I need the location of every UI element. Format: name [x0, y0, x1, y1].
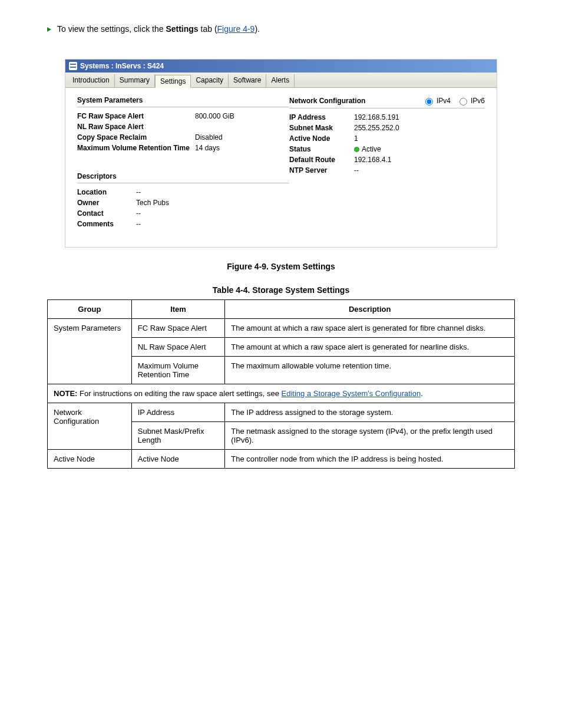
sys-param-row: Maximum Volume Retention Time14 days: [77, 143, 289, 153]
netcfg-row: NTP Server--: [289, 165, 485, 176]
ipv4-label: IPv4: [437, 97, 451, 105]
descriptor-value: Tech Pubs: [136, 199, 169, 207]
group3-name: Active Node: [48, 449, 132, 468]
app-window: Systems : InServs : S424 IntroductionSum…: [65, 59, 497, 248]
g2-desc-0: The IP address assigned to the storage s…: [225, 403, 515, 421]
sys-param-label: NL Raw Space Alert: [77, 123, 195, 131]
netcfg-label: Default Route: [289, 156, 354, 164]
th-description: Description: [225, 299, 515, 318]
instr-mid: tab (: [199, 24, 217, 34]
th-group: Group: [48, 299, 132, 318]
netcfg-label: NTP Server: [289, 166, 354, 174]
g1-item-2: Maximum Volume Retention Time: [131, 356, 225, 384]
system-icon: [69, 62, 77, 70]
network-config-title: Network Configuration: [289, 97, 422, 105]
tab-introduction[interactable]: Introduction: [68, 74, 115, 87]
titlebar-text: Systems : InServs : S424: [80, 62, 164, 70]
g1-item-1: NL Raw Space Alert: [131, 337, 225, 356]
note-label: NOTE:: [54, 389, 80, 398]
descriptor-row: Comments--: [77, 219, 289, 229]
g2-desc-1: The netmask assigned to the storage syst…: [225, 421, 515, 449]
g2-item-0: IP Address: [131, 403, 225, 421]
sys-param-label: Copy Space Reclaim: [77, 133, 195, 141]
instruction-row: To view the settings, click the Settings…: [47, 24, 515, 35]
g1-desc-0: The amount at which a raw space alert is…: [225, 318, 515, 337]
instr-end: ).: [254, 24, 260, 34]
group2-name: Network Configuration: [48, 403, 132, 449]
ip-version-radio-group: IPv4 IPv6: [422, 96, 485, 106]
tab-software[interactable]: Software: [229, 74, 266, 87]
sys-param-value: 800.000 GiB: [195, 112, 234, 120]
sys-param-row: FC Raw Space Alert800.000 GiB: [77, 111, 289, 121]
netcfg-row: IP Address192.168.5.191: [289, 112, 485, 123]
instr-prefix: To view the settings, click the: [57, 24, 166, 34]
descriptor-label: Location: [77, 188, 136, 196]
group1-name: System Parameters: [48, 318, 132, 384]
status-dot-icon: [354, 147, 359, 152]
sys-param-row: Copy Space ReclaimDisabled: [77, 132, 289, 143]
note-end: .: [421, 389, 423, 398]
netcfg-value: 192.168.5.191: [354, 113, 399, 121]
sys-params-header: System Parameters: [77, 94, 289, 107]
netcfg-label: Subnet Mask: [289, 124, 354, 132]
tab-settings[interactable]: Settings: [155, 75, 191, 88]
note-row: NOTE: For instructions on editing the ra…: [48, 384, 515, 403]
network-config-header-row: Network Configuration IPv4 IPv6: [289, 94, 485, 108]
netcfg-value: --: [354, 166, 359, 174]
tab-summary[interactable]: Summary: [115, 74, 155, 87]
g3-item-0: Active Node: [131, 449, 225, 468]
instr-strong: Settings: [166, 24, 198, 34]
tab-alerts[interactable]: Alerts: [266, 74, 295, 87]
netcfg-value: 192.168.4.1: [354, 156, 391, 164]
sys-param-label: FC Raw Space Alert: [77, 112, 195, 120]
table-row: Network Configuration IP Address The IP …: [48, 403, 515, 421]
note-link[interactable]: Editing a Storage System's Configuration: [282, 389, 421, 398]
sys-param-value: 14 days: [195, 144, 220, 152]
figure-caption: Figure 4-9. System Settings: [47, 262, 515, 271]
figure-link[interactable]: Figure 4-9: [217, 24, 255, 34]
netcfg-label: Status: [289, 145, 354, 153]
tab-strip: IntroductionSummarySettingsCapacitySoftw…: [65, 73, 497, 88]
bullet-arrow-icon: [47, 27, 51, 32]
window-titlebar: Systems : InServs : S424: [65, 60, 497, 73]
sys-param-value: Disabled: [195, 133, 223, 141]
note-prefix: For instructions on editing the raw spac…: [80, 389, 282, 398]
descriptor-value: --: [136, 209, 141, 218]
netcfg-value: 255.255.252.0: [354, 124, 399, 132]
ipv4-radio[interactable]: IPv4: [422, 96, 451, 106]
netcfg-label: Active Node: [289, 134, 354, 143]
netcfg-row: Subnet Mask255.255.252.0: [289, 123, 485, 133]
ipv6-radio[interactable]: IPv6: [457, 96, 485, 106]
descriptor-row: Location--: [77, 187, 289, 197]
table-row: System Parameters FC Raw Space Alert The…: [48, 318, 515, 337]
descriptor-value: --: [136, 220, 141, 228]
g3-desc-0: The controller node from which the IP ad…: [225, 449, 515, 468]
sys-param-label: Maximum Volume Retention Time: [77, 144, 195, 152]
g2-item-1: Subnet Mask/Prefix Length: [131, 421, 225, 449]
table-caption: Table 4-4. Storage System Settings: [47, 285, 515, 295]
g1-item-0: FC Raw Space Alert: [131, 318, 225, 337]
table-header-row: Group Item Description: [48, 299, 515, 318]
sys-param-row: NL Raw Space Alert: [77, 121, 289, 132]
descriptors-header: Descriptors: [77, 170, 289, 183]
netcfg-row: Default Route192.168.4.1: [289, 154, 485, 165]
g1-desc-2: The maximum allowable volume retention t…: [225, 356, 515, 384]
ipv6-label: IPv6: [471, 97, 485, 105]
descriptor-row: OwnerTech Pubs: [77, 197, 289, 208]
netcfg-label: IP Address: [289, 113, 354, 121]
descriptor-row: Contact--: [77, 208, 289, 219]
tab-capacity[interactable]: Capacity: [191, 74, 229, 87]
settings-pane: System Parameters FC Raw Space Alert800.…: [65, 88, 497, 247]
descriptor-value: --: [136, 188, 141, 196]
netcfg-value: Active: [354, 145, 381, 153]
netcfg-row: StatusActive: [289, 144, 485, 154]
netcfg-row: Active Node1: [289, 133, 485, 144]
descriptor-label: Owner: [77, 199, 136, 207]
descriptor-label: Contact: [77, 209, 136, 218]
netcfg-value: 1: [354, 134, 358, 143]
th-item: Item: [131, 299, 225, 318]
table-row: Active Node Active Node The controller n…: [48, 449, 515, 468]
g1-desc-1: The amount at which a raw space alert is…: [225, 337, 515, 356]
descriptor-label: Comments: [77, 220, 136, 228]
settings-detail-table: Group Item Description System Parameters…: [47, 299, 515, 469]
